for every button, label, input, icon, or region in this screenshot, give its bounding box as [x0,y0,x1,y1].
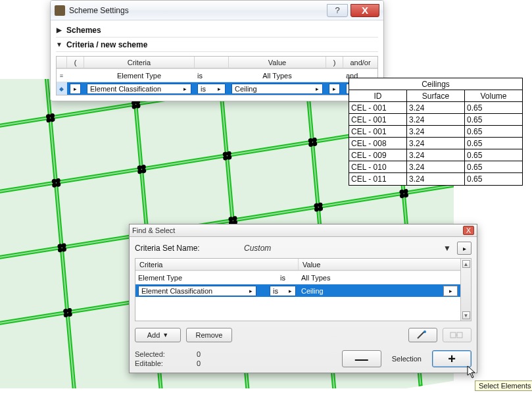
store-criteria-button[interactable]: ▸ [457,242,472,255]
criteria-set-label: Criteria Set Name: [135,244,240,253]
ceilings-title: Ceilings [349,78,522,90]
pick-criteria-button[interactable] [408,328,437,342]
add-button[interactable]: Add ▼ [135,328,181,342]
deselect-button[interactable]: — [342,350,381,367]
col-id[interactable]: ID [349,90,407,101]
cell-volume: 0.65 [465,126,522,137]
accordion-label: Schemes [66,26,101,35]
col-value[interactable]: Value [299,259,460,270]
criteria-combo[interactable]: Element Classification ▸ [138,286,256,296]
col-paren-close[interactable]: ) [326,57,343,68]
cell-volume: 0.65 [465,161,522,172]
ceilings-table: Ceilings ID Surface Volume CEL - 0013.24… [349,78,523,186]
cell-id: CEL - 011 [349,173,407,185]
find-select-dialog: Find & Select X Criteria Set Name: Custo… [129,224,477,373]
col-surface[interactable]: Surface [407,90,465,101]
chevron-down-icon: ▼ [56,41,62,48]
col-paren-open[interactable]: ( [67,57,84,68]
cell-surface: 3.24 [407,149,465,161]
cell-volume: 0.65 [465,173,522,185]
cursor-icon [467,365,477,379]
criteria-row[interactable]: ≡ Element Type is All Types and [57,68,377,82]
criteria-table: ( Criteria Value ) and/or ≡ Element Type… [56,56,378,95]
accordion-criteria[interactable]: ▼ Criteria / new scheme [56,38,378,52]
table-row[interactable]: CEL - 0013.240.65 [349,102,522,114]
criteria-value: Ceiling [301,287,324,295]
caret-down-icon: ▼ [162,332,168,338]
cell-surface: 3.24 [407,102,465,113]
select-button[interactable]: + [432,350,472,367]
dialog-titlebar[interactable]: Scheme Settings ? X [51,1,383,20]
selected-count: 0 [181,350,201,358]
cell-volume: 0.65 [465,114,522,125]
col-andor[interactable]: and/or [343,57,377,68]
criteria-value: All Types [301,274,330,282]
cell-id: CEL - 001 [349,102,407,113]
tooltip: Select Elements [475,380,532,391]
scroll-up-button[interactable]: ▲ [462,260,470,268]
criteria-name: Element Type [138,274,182,282]
cell-volume: 0.65 [465,138,522,149]
svg-rect-1 [450,332,456,338]
selected-label: Selected: [135,350,181,358]
table-row[interactable]: CEL - 0103.240.65 [349,161,522,173]
app-icon [55,5,65,16]
caret-down-icon: ▸ [286,286,294,296]
caret-down-icon: ▸ [216,84,224,93]
value-combo[interactable]: Ceiling ▸ [231,84,323,94]
cell-surface: 3.24 [407,138,465,149]
chevron-right-icon: ▶ [56,26,62,34]
op-combo[interactable]: is ▸ [270,286,296,296]
value-picker-button[interactable]: ▸ [443,286,458,296]
criteria-set-dropdown[interactable]: ▼ [441,244,453,253]
help-button[interactable]: ? [327,4,348,17]
row-handle-icon[interactable]: ◆ [59,86,64,92]
table-row[interactable]: CEL - 0093.240.65 [349,149,522,161]
col-volume[interactable]: Volume [465,90,522,101]
cell-id: CEL - 001 [349,114,407,125]
selection-label: Selection [392,355,422,363]
table-row[interactable]: CEL - 0113.240.65 [349,173,522,185]
caret-right-icon: ▸ [463,245,466,252]
table-row[interactable]: CEL - 0013.240.65 [349,114,522,126]
scheme-settings-dialog: Scheme Settings ? X ▶ Schemes ▼ Criteria… [50,0,384,101]
paren-close-button[interactable]: ▸ [329,84,340,94]
col-criteria[interactable]: Criteria [135,259,299,270]
close-icon: X [466,226,471,234]
op-combo[interactable]: is ▸ [197,84,226,94]
col-value[interactable]: Value [229,57,326,68]
cell-surface: 3.24 [407,114,465,125]
col-criteria[interactable]: Criteria [84,57,195,68]
table-row[interactable]: CEL - 0083.240.65 [349,138,522,149]
dialog-titlebar[interactable]: Find & Select X [130,224,477,237]
cell-surface: 3.24 [407,173,465,185]
cell-volume: 0.65 [465,149,522,161]
criteria-op: is [197,72,203,80]
close-button[interactable]: X [463,226,474,235]
caret-down-icon: ▸ [247,286,254,296]
accordion-schemes[interactable]: ▶ Schemes [56,23,378,38]
dialog-title: Find & Select [132,226,459,234]
criteria-set-value[interactable]: Custom [244,244,437,253]
scrollbar[interactable]: ▲ ▼ [460,259,471,321]
fs-criteria-table: Criteria Value Element Type is All Types… [135,258,472,321]
fs-header-row: Criteria Value [135,259,460,271]
criteria-name: Element Type [117,72,161,80]
criteria-header-row: ( Criteria Value ) and/or [57,57,377,68]
table-row[interactable]: CEL - 0013.240.65 [349,126,522,138]
fs-row[interactable]: Element Type is All Types [135,271,460,284]
close-button[interactable]: X [351,4,379,17]
criteria-combo[interactable]: Element Classification ▸ [87,84,191,94]
criteria-op: is [280,274,285,282]
ceilings-header: ID Surface Volume [349,90,522,102]
minus-icon: — [355,352,368,367]
scroll-down-button[interactable]: ▼ [462,311,470,319]
remove-button[interactable]: Remove [186,328,232,342]
criteria-row-selected[interactable]: ◆ ▸ Element Classification ▸ is ▸ [57,82,377,95]
close-icon: X [362,5,368,15]
row-handle-icon[interactable]: ≡ [60,72,63,79]
fs-row-selected[interactable]: Element Classification ▸ is ▸ Ceiling [135,284,460,297]
cell-surface: 3.24 [407,161,465,172]
copy-settings-button[interactable] [443,328,472,342]
paren-open-button[interactable]: ▸ [70,84,81,94]
